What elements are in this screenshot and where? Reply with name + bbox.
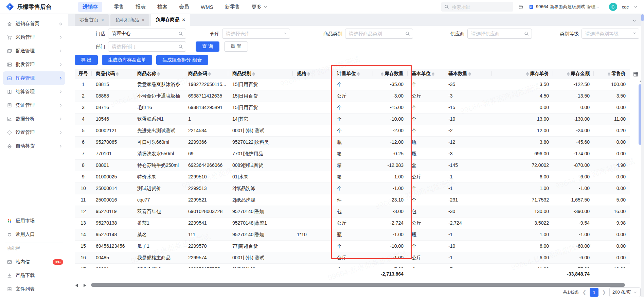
- sidebar-item[interactable]: 设置管理: [0, 126, 68, 139]
- sidebar-item[interactable]: 配送管理: [0, 44, 68, 58]
- sidebar-item[interactable]: 库存管理: [3, 71, 65, 85]
- search-input[interactable]: [451, 2, 511, 12]
- nav-item-1[interactable]: 零售: [114, 4, 124, 10]
- table-row[interactable]: 308716毛巾16693813429589115|日用百货个-15.00个-1…: [75, 102, 630, 113]
- horizontal-scroll-thumb[interactable]: [91, 283, 625, 287]
- search-icon: [405, 31, 410, 36]
- table-row[interactable]: 1495270148菜名11195270140|香烟1*10瓶-1.00瓶-11…: [75, 229, 630, 241]
- column-header-基本数量[interactable]: 基本数量: [444, 69, 492, 79]
- current-page[interactable]: 1: [590, 288, 598, 297]
- cell-序号: 6: [75, 137, 92, 148]
- tab-负库存商品[interactable]: 负库存商品×: [151, 14, 190, 26]
- sidebar-item[interactable]: 常用入口: [0, 228, 68, 241]
- column-header-计量单位[interactable]: 计量单位: [333, 69, 373, 79]
- generate-combo-split-button[interactable]: 生成组合拆分-组合: [156, 55, 208, 65]
- column-header-商品名称[interactable]: 商品名称: [133, 69, 184, 79]
- nav-item-2[interactable]: 报表: [136, 4, 146, 10]
- column-header-库存金额[interactable]: 库存金额: [553, 69, 594, 79]
- nav-item-6[interactable]: 新零售: [225, 4, 240, 10]
- sidebar-item[interactable]: 数据分析: [0, 112, 68, 126]
- cell-基本数量: -3: [444, 148, 492, 159]
- table-row[interactable]: 500002121先进先出测试测试22145340001| (韩) 测试个-2.…: [75, 125, 630, 137]
- column-header-库存单价[interactable]: 库存单价: [492, 69, 553, 79]
- column-header-零售价[interactable]: 零售价: [594, 69, 630, 79]
- global-search[interactable]: [441, 2, 513, 12]
- table-row[interactable]: 1569456123456瓜子1229957077|商超百货个-10.00个-1…: [75, 241, 630, 252]
- filter-input[interactable]: [345, 29, 413, 39]
- sidebar-item[interactable]: 批发管理: [0, 58, 68, 71]
- cell-库存金额: -1,657.50: [553, 194, 594, 206]
- tab-负毛利商品[interactable]: 负毛利商品×: [110, 14, 149, 26]
- sidebar-item[interactable]: 产品下载: [0, 269, 68, 282]
- cell-库存单价: 130.00: [492, 206, 553, 217]
- table-row[interactable]: 695270065可口可乐660ml229936695270122|饮料类瓶-1…: [75, 137, 630, 148]
- next-page-chevron-right-icon[interactable]: ❯: [602, 290, 606, 295]
- table-row[interactable]: 808801特仑苏纯牛奶250ml69236442660660089|测试百货箱…: [75, 160, 630, 171]
- table-row[interactable]: 901000025特价水果229951001|水果箱-1.00公斤-16.00-…: [75, 171, 630, 183]
- printer-icon[interactable]: [518, 4, 524, 10]
- sidebar-item[interactable]: 结算管理: [0, 85, 68, 99]
- column-header-商品代码[interactable]: 商品代码: [92, 69, 133, 79]
- nav-item-3[interactable]: 档案: [157, 4, 167, 10]
- query-button[interactable]: 查 询: [196, 41, 219, 52]
- table-row[interactable]: 108815爱意家品爽肤沐浴条1982722650115...15|日用百货个-…: [75, 79, 630, 90]
- nav-item-4[interactable]: 会员: [179, 4, 189, 10]
- avatar[interactable]: C: [609, 3, 617, 11]
- reset-button[interactable]: 重 置: [224, 41, 248, 52]
- nav-item-7[interactable]: 更多: [252, 4, 268, 10]
- cell-商品类别: 15|日用百货: [228, 79, 293, 90]
- tab-list-chevron-down-icon[interactable]: [632, 19, 637, 23]
- column-header-规格[interactable]: 规格: [293, 69, 333, 79]
- table-row[interactable]: 1720001配送价测试2299581555552|纸品洗涤个-7.00个-71…: [75, 264, 630, 268]
- filter-input[interactable]: [108, 41, 186, 52]
- sidebar-item[interactable]: 应用市场: [0, 214, 68, 228]
- filter-input[interactable]: [467, 29, 532, 39]
- table-row[interactable]: 410546软蛋糕系列1114|其它个-10.00个-1013.00-130.0…: [75, 113, 630, 125]
- sidebar-item[interactable]: 站内信99+: [0, 255, 68, 269]
- table-row[interactable]: 1125000016cqc7722995212|纸品洗涤件-23.10个-231…: [75, 194, 630, 206]
- tab-close-icon[interactable]: ×: [101, 17, 104, 23]
- cell-序号: 12: [75, 206, 92, 217]
- sidebar-item[interactable]: 采购管理: [0, 31, 68, 44]
- tab-零售首页[interactable]: 零售首页×: [75, 14, 109, 26]
- table-row[interactable]: 1395270138番茄1229954195270148|蔬菜1公斤-2.724…: [75, 217, 630, 229]
- nav-item-0[interactable]: 进销存: [78, 2, 102, 12]
- column-header-商品类别[interactable]: 商品类别: [228, 69, 293, 79]
- table-row[interactable]: 1025000014测试进货价22995132|纸品洗涤个-1.00个-11.0…: [75, 183, 630, 194]
- column-header-基本单位[interactable]: 基本单位: [408, 69, 444, 79]
- scroll-right-arrow[interactable]: [84, 284, 86, 287]
- scroll-left-arrow[interactable]: [75, 284, 78, 287]
- sidebar-item[interactable]: 自动补货: [0, 139, 68, 153]
- window-scroll-thumb[interactable]: [641, 14, 644, 21]
- cell-基本数量: -145: [444, 160, 492, 171]
- tenant-switcher[interactable]: 99664-新界面商超版测试-管理...: [529, 4, 599, 10]
- sidebar-item[interactable]: 凭证管理: [0, 99, 68, 112]
- column-header-商品条码[interactable]: 商品条码: [184, 69, 228, 79]
- tab-close-icon[interactable]: ×: [182, 17, 185, 22]
- filter-select[interactable]: [222, 29, 290, 39]
- filter-select[interactable]: [582, 29, 639, 39]
- page-size-select[interactable]: 200 条/页: [609, 287, 641, 297]
- cell-基本数量: -3: [444, 90, 492, 102]
- cell-商品名称: 瓜子1: [133, 241, 184, 252]
- table-row[interactable]: 7770101清扬洗发水550ml697701|洗护用品箱-0.25瓶-3696…: [75, 148, 630, 160]
- export-button[interactable]: 导 出: [75, 55, 98, 65]
- sidebar-item-label: 应用市场: [16, 218, 35, 224]
- prev-page-chevron-left-icon[interactable]: ❮: [583, 290, 587, 295]
- sidebar-item[interactable]: 文件列表: [0, 282, 68, 296]
- table-row[interactable]: 1295270119双喜百年包690102800372895270140|香烟包…: [75, 206, 630, 217]
- sidebar-item[interactable]: 进销存首页: [0, 17, 68, 31]
- cell-零售价: 0.00: [594, 102, 630, 113]
- table-row[interactable]: 1600485我是规格主商品22995740001| (韩) 测试公斤-1.00…: [75, 252, 630, 264]
- generate-stocktake-button[interactable]: 生成负库存盘点单: [102, 55, 152, 65]
- column-header-库存数量[interactable]: 库存数量: [373, 69, 408, 79]
- cell-库存单价: 1.00: [492, 229, 553, 240]
- nav-item-wms[interactable]: WMS: [201, 4, 213, 10]
- table-row[interactable]: 208868小号金边卡通垃圾桶693871141263515|日用百货公斤-3.…: [75, 90, 630, 102]
- column-settings-grid-icon[interactable]: [632, 70, 639, 78]
- window-scrollbar[interactable]: [641, 14, 644, 297]
- tab-close-icon[interactable]: ×: [142, 17, 144, 23]
- cell-商品条码: 2299541: [184, 217, 228, 229]
- chevron-down-icon[interactable]: [633, 5, 638, 9]
- filter-input[interactable]: [108, 29, 186, 39]
